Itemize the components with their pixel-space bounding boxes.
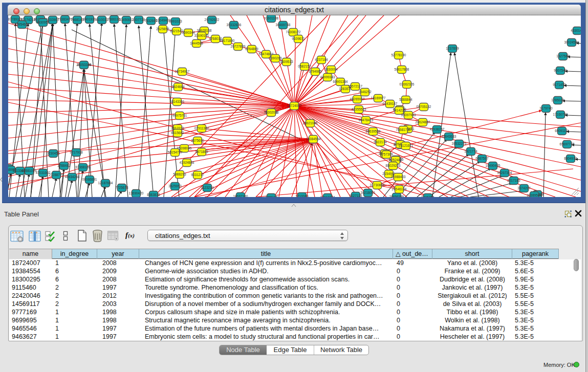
svg-text:97368180: 97368180 [76, 165, 91, 169]
svg-text:46934288: 46934288 [65, 175, 80, 179]
svg-text:25302033: 25302033 [264, 111, 279, 114]
svg-text:25921045: 25921045 [303, 121, 318, 125]
svg-text:74308172: 74308172 [286, 30, 301, 34]
svg-text:39218051: 39218051 [361, 191, 376, 194]
svg-text:39532275: 39532275 [452, 142, 467, 145]
svg-text:17160790: 17160790 [553, 113, 568, 116]
svg-text:0326755: 0326755 [421, 195, 434, 197]
svg-text:1421774: 1421774 [464, 149, 477, 153]
svg-text:40954611: 40954611 [15, 23, 30, 26]
svg-text:10490495: 10490495 [486, 164, 500, 167]
svg-text:0590344: 0590344 [182, 31, 195, 34]
svg-text:28053346: 28053346 [77, 63, 92, 67]
svg-text:44999343: 44999343 [320, 75, 335, 79]
svg-text:18724007: 18724007 [287, 104, 302, 107]
svg-text:47031602: 47031602 [36, 171, 51, 174]
svg-text:60901384: 60901384 [333, 80, 348, 83]
svg-text:3179740: 3179740 [539, 106, 553, 110]
svg-text:31690191: 31690191 [194, 34, 209, 37]
svg-text:08086891: 08086891 [82, 178, 97, 181]
svg-text:2625856: 2625856 [156, 27, 169, 31]
svg-text:6764869: 6764869 [245, 47, 258, 51]
svg-text:89171890: 89171890 [220, 39, 235, 42]
svg-text:1527589: 1527589 [556, 54, 570, 58]
svg-text:1444588: 1444588 [190, 41, 203, 45]
svg-text:29792622: 29792622 [205, 18, 220, 21]
svg-text:5609513: 5609513 [280, 60, 293, 63]
svg-text:3230455: 3230455 [47, 151, 60, 155]
svg-text:7414220: 7414220 [393, 108, 406, 112]
svg-text:3830004: 3830004 [324, 68, 338, 71]
svg-text:99478475: 99478475 [359, 118, 374, 122]
svg-text:6687597: 6687597 [475, 157, 489, 160]
svg-text:8401916: 8401916 [83, 17, 96, 21]
svg-text:3374207: 3374207 [517, 186, 531, 190]
svg-text:4610033: 4610033 [95, 18, 108, 21]
svg-text:76581736: 76581736 [396, 128, 411, 132]
svg-text:39397983: 39397983 [401, 113, 416, 117]
svg-text:35643633: 35643633 [442, 135, 456, 138]
svg-text:1785025: 1785025 [551, 98, 564, 102]
svg-text:2017185: 2017185 [507, 179, 520, 182]
svg-text:8804917: 8804917 [564, 157, 577, 160]
svg-text:3525953: 3525953 [168, 184, 182, 188]
svg-text:40581075: 40581075 [22, 169, 37, 172]
svg-text:76856395: 76856395 [389, 195, 404, 197]
svg-text:9007540: 9007540 [554, 69, 567, 72]
svg-text:42938257: 42938257 [430, 127, 445, 131]
svg-text:30024589: 30024589 [564, 40, 579, 44]
svg-text:39332836: 39332836 [227, 23, 242, 27]
svg-text:90267304: 90267304 [497, 171, 512, 174]
svg-text:2675690: 2675690 [191, 139, 204, 142]
svg-text:6252482: 6252482 [389, 158, 402, 162]
svg-text:65697778: 65697778 [560, 142, 575, 146]
svg-text:01439147: 01439147 [383, 102, 398, 105]
svg-text:24546184: 24546184 [392, 187, 407, 191]
svg-text:6991023: 6991023 [169, 19, 182, 23]
svg-text:23213224: 23213224 [320, 195, 335, 197]
svg-text:0582157: 0582157 [298, 64, 311, 68]
svg-text:01662326: 01662326 [400, 82, 415, 86]
svg-text:88029203: 88029203 [386, 164, 401, 167]
svg-text:5988293: 5988293 [173, 172, 186, 176]
svg-text:68143361: 68143361 [170, 100, 185, 103]
svg-text:3123214: 3123214 [201, 186, 214, 189]
svg-text:5471863: 5471863 [195, 150, 208, 154]
svg-text:52778190: 52778190 [391, 53, 406, 57]
svg-text:41924848: 41924848 [180, 161, 194, 164]
svg-text:31730868: 31730868 [370, 183, 385, 187]
svg-text:4237184: 4237184 [315, 58, 328, 61]
svg-text:1007728: 1007728 [132, 18, 145, 21]
svg-text:18169977: 18169977 [371, 96, 386, 100]
svg-text:3955185: 3955185 [265, 195, 278, 197]
svg-text:24624887: 24624887 [416, 120, 430, 124]
svg-text:69091111: 69091111 [555, 129, 569, 133]
svg-text:7468145: 7468145 [71, 18, 84, 21]
svg-text:91601108: 91601108 [264, 16, 279, 20]
svg-text:19384554: 19384554 [306, 137, 321, 141]
svg-text:69639568: 69639568 [366, 129, 381, 133]
svg-text:6794965: 6794965 [309, 70, 322, 73]
svg-text:8383838: 8383838 [147, 193, 160, 196]
svg-text:7725678: 7725678 [115, 186, 128, 189]
svg-text:16682360: 16682360 [233, 194, 248, 197]
svg-text:42355515: 42355515 [352, 107, 366, 111]
svg-text:12187664: 12187664 [98, 181, 113, 185]
svg-text:35572117: 35572117 [348, 84, 363, 88]
svg-text:3788482: 3788482 [57, 164, 71, 167]
svg-text:44975761: 44975761 [172, 114, 187, 117]
svg-text:9171452: 9171452 [553, 83, 566, 86]
svg-text:0757369: 0757369 [380, 152, 393, 156]
svg-text:06734917: 06734917 [175, 70, 190, 73]
svg-text:55154717: 55154717 [168, 150, 183, 154]
svg-text:7646252: 7646252 [358, 90, 372, 94]
svg-text:09705132: 09705132 [417, 105, 431, 108]
svg-text:9922174: 9922174 [374, 140, 387, 144]
svg-text:0390266: 0390266 [269, 56, 282, 60]
svg-text:48265917: 48265917 [350, 97, 365, 101]
svg-text:50617808: 50617808 [395, 68, 409, 71]
svg-text:4330146: 4330146 [571, 29, 581, 32]
svg-text:3924684: 3924684 [171, 85, 185, 89]
svg-text:5366844: 5366844 [399, 98, 412, 101]
svg-text:1237899: 1237899 [446, 47, 459, 50]
